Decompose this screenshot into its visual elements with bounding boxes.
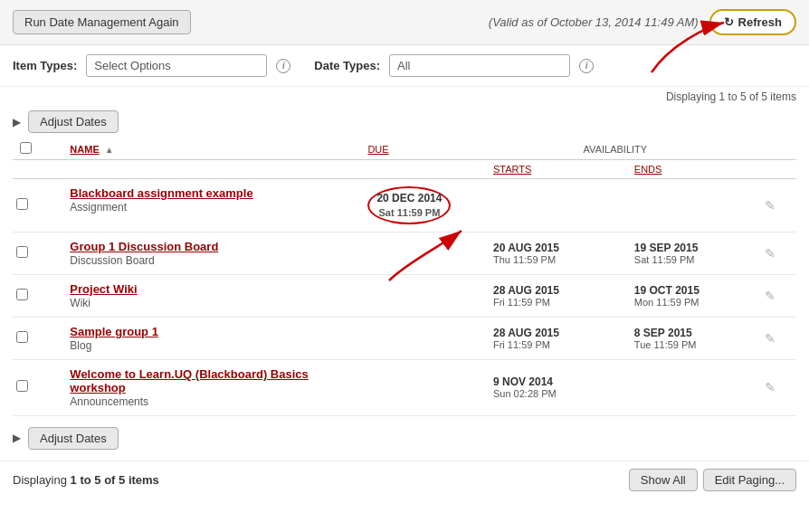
- top-bar: Run Date Management Again (Valid as of O…: [0, 0, 809, 45]
- row-name-cell: Welcome to Learn.UQ (Blackboard) Basics …: [62, 359, 360, 415]
- row-edit-cell: ✎: [745, 359, 796, 415]
- item-types-select[interactable]: Select Options: [86, 54, 267, 77]
- dates-table: NAME ▲ DUE AVAILABILITY STARTS: [13, 138, 796, 416]
- table-row: Blackboard assignment example Assignment…: [13, 179, 796, 233]
- bottom-displaying: Displaying 1 to 5 of 5 items: [13, 473, 159, 487]
- row-checkbox-cell: [13, 317, 62, 359]
- starts-date: 9 NOV 2014: [493, 375, 620, 388]
- row-starts-cell: 28 AUG 2015Fri 11:59 PM: [486, 274, 627, 317]
- availability-header: AVAILABILITY: [486, 138, 745, 160]
- row-starts-cell: 9 NOV 2014Sun 02:28 PM: [486, 359, 627, 415]
- ends-time: Mon 11:59 PM: [634, 297, 738, 308]
- displaying-count: Displaying 1 to 5 of 5 items: [0, 87, 809, 105]
- refresh-button[interactable]: ↻ Refresh: [709, 9, 796, 35]
- col-header-check: [13, 138, 62, 160]
- item-name-link[interactable]: Project Wiki: [70, 282, 353, 296]
- refresh-label: Refresh: [738, 15, 782, 29]
- select-all-checkbox[interactable]: [20, 142, 32, 154]
- row-checkbox-cell: [13, 179, 62, 233]
- row-checkbox[interactable]: [16, 246, 28, 258]
- starts-time: Fri 11:59 PM: [493, 297, 620, 308]
- row-checkbox[interactable]: [16, 289, 28, 300]
- starts-sort-link[interactable]: STARTS: [493, 164, 531, 175]
- item-type-label: Discussion Board: [70, 254, 353, 267]
- bottom-bar: Displaying 1 to 5 of 5 items Show All Ed…: [0, 461, 809, 499]
- item-name-link[interactable]: Sample group 1: [70, 325, 353, 338]
- ends-date: 19 OCT 2015: [634, 284, 738, 297]
- item-types-label: Item Types:: [13, 59, 77, 72]
- col-header-due: DUE: [360, 138, 486, 160]
- date-types-info-icon[interactable]: i: [579, 59, 594, 73]
- starts-time: Thu 11:59 PM: [493, 254, 620, 265]
- row-edit-cell: ✎: [745, 232, 796, 274]
- row-ends-cell: 19 OCT 2015Mon 11:59 PM: [627, 274, 745, 317]
- table-row: Welcome to Learn.UQ (Blackboard) Basics …: [13, 359, 796, 415]
- adjust-dates-top-button[interactable]: Adjust Dates: [28, 110, 119, 133]
- run-date-management-button[interactable]: Run Date Management Again: [13, 10, 191, 34]
- due-date-highlighted: 20 DEC 2014Sat 11:59 PM: [367, 186, 451, 224]
- col-header-starts: STARTS: [486, 160, 627, 179]
- row-checkbox[interactable]: [16, 380, 28, 392]
- name-sort-link[interactable]: NAME: [70, 144, 99, 155]
- adjust-dates-top-row: ▶ Adjust Dates: [0, 105, 809, 138]
- row-starts-cell: 20 AUG 2015Thu 11:59 PM: [486, 232, 627, 274]
- ends-sort-link[interactable]: ENDS: [634, 164, 662, 175]
- item-type-label: Blog: [70, 339, 353, 352]
- row-due-cell: [360, 232, 486, 274]
- row-name-cell: Group 1 Discussion Board Discussion Boar…: [62, 232, 360, 274]
- filters-bar: Item Types: Select Options i Date Types:…: [0, 45, 809, 87]
- show-all-button[interactable]: Show All: [629, 469, 698, 491]
- row-name-cell: Sample group 1 Blog: [62, 317, 360, 359]
- row-starts-cell: [486, 179, 627, 233]
- refresh-icon: ↻: [724, 15, 734, 29]
- item-name-link[interactable]: Welcome to Learn.UQ (Blackboard) Basics …: [70, 367, 353, 394]
- col-header-ends: ENDS: [627, 160, 745, 179]
- row-starts-cell: 28 AUG 2015Fri 11:59 PM: [486, 317, 627, 359]
- row-ends-cell: [627, 179, 745, 233]
- row-due-cell: [360, 317, 486, 359]
- due-sort-link[interactable]: DUE: [367, 144, 388, 155]
- starts-date: 20 AUG 2015: [493, 242, 620, 254]
- item-name-link[interactable]: Blackboard assignment example: [70, 186, 353, 200]
- row-ends-cell: [627, 359, 745, 415]
- edit-icon[interactable]: ✎: [765, 246, 776, 261]
- sort-asc-icon: ▲: [105, 145, 114, 155]
- date-types-select[interactable]: All: [389, 54, 570, 77]
- item-type-label: Wiki: [70, 297, 353, 309]
- table-row: Sample group 1 Blog 28 AUG 2015Fri 11:59…: [13, 317, 796, 359]
- ends-date: 19 SEP 2015: [634, 242, 738, 254]
- ends-date: 8 SEP 2015: [634, 327, 738, 339]
- row-due-cell: [360, 274, 486, 317]
- table-body: Blackboard assignment example Assignment…: [13, 179, 796, 416]
- row-name-cell: Blackboard assignment example Assignment: [62, 179, 360, 233]
- edit-icon[interactable]: ✎: [765, 198, 776, 213]
- row-checkbox[interactable]: [16, 331, 28, 343]
- row-checkbox-cell: [13, 232, 62, 274]
- row-ends-cell: 8 SEP 2015Tue 11:59 PM: [627, 317, 745, 359]
- expand-icon-top: ▶: [13, 116, 21, 128]
- adjust-dates-bottom-button[interactable]: Adjust Dates: [28, 427, 119, 450]
- row-edit-cell: ✎: [745, 317, 796, 359]
- row-checkbox[interactable]: [16, 198, 28, 210]
- ends-time: Tue 11:59 PM: [634, 339, 738, 350]
- starts-date: 28 AUG 2015: [493, 327, 620, 339]
- table-row: Group 1 Discussion Board Discussion Boar…: [13, 232, 796, 274]
- row-due-cell: [360, 359, 486, 415]
- starts-time: Fri 11:59 PM: [493, 339, 620, 350]
- item-types-info-icon[interactable]: i: [276, 59, 290, 73]
- edit-icon[interactable]: ✎: [765, 331, 776, 346]
- table-row: Project Wiki Wiki 28 AUG 2015Fri 11:59 P…: [13, 274, 796, 317]
- col-header-edit: [745, 138, 796, 160]
- expand-icon-bottom: ▶: [13, 432, 21, 444]
- bottom-actions: Show All Edit Paging...: [629, 469, 796, 491]
- item-name-link[interactable]: Group 1 Discussion Board: [70, 240, 353, 253]
- ends-time: Sat 11:59 PM: [634, 254, 738, 265]
- row-due-cell: 20 DEC 2014Sat 11:59 PM: [360, 179, 486, 233]
- edit-icon[interactable]: ✎: [765, 380, 776, 394]
- row-name-cell: Project Wiki Wiki: [62, 274, 360, 317]
- adjust-dates-bottom-row: ▶ Adjust Dates: [0, 422, 809, 455]
- edit-paging-button[interactable]: Edit Paging...: [703, 469, 796, 491]
- item-type-label: Announcements: [70, 395, 353, 408]
- bottom-displaying-bold: 1 to 5 of 5 items: [71, 473, 159, 487]
- edit-icon[interactable]: ✎: [765, 289, 776, 303]
